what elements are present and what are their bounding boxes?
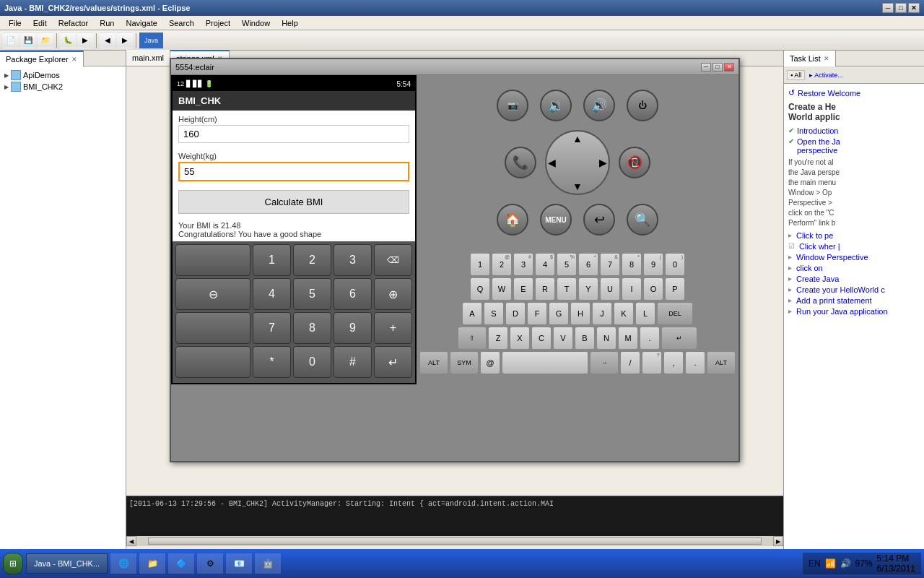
help-item-create-helloworld[interactable]: ▸ Create your HelloWorld c	[788, 285, 920, 294]
numpad-key-empty3[interactable]	[175, 346, 250, 378]
dpad-body[interactable]: ▲ ▼ ◀ ▶	[545, 130, 610, 195]
numpad-key-9[interactable]: 9	[334, 312, 372, 344]
kb-key-r[interactable]: R	[535, 277, 555, 301]
scroll-thumb[interactable]	[148, 538, 762, 545]
kb-key-i[interactable]: I	[622, 277, 642, 301]
dpad-down[interactable]: ▼	[572, 181, 583, 192]
kb-key-c[interactable]: C	[531, 327, 552, 350]
numpad-key-plus[interactable]: +	[374, 312, 412, 344]
menu-navigate[interactable]: Navigate	[120, 17, 162, 29]
numpad-key-7[interactable]: 7	[253, 312, 291, 344]
toolbar-save[interactable]: 💾	[20, 33, 36, 48]
menu-button[interactable]: MENU	[540, 204, 572, 236]
dpad-left[interactable]: ◀	[548, 157, 556, 168]
kb-key-y[interactable]: Y	[578, 277, 598, 301]
numpad-key-8[interactable]: 8	[293, 312, 331, 344]
kb-key-e[interactable]: E	[513, 277, 533, 301]
scroll-right[interactable]: ▶	[773, 536, 783, 546]
kb-key-s[interactable]: S	[484, 302, 504, 325]
dpad-right[interactable]: ▶	[599, 157, 607, 168]
kb-key-0[interactable]: )0	[665, 253, 685, 276]
scroll-left[interactable]: ◀	[126, 536, 136, 546]
maximize-button[interactable]: □	[895, 3, 907, 13]
menu-edit[interactable]: Edit	[27, 17, 53, 29]
kb-key-d[interactable]: D	[505, 302, 526, 325]
taskbar-app-eclipse[interactable]: Java - BMI_CHK...	[26, 553, 108, 574]
kb-key-o[interactable]: O	[643, 277, 663, 301]
height-input[interactable]	[178, 125, 409, 143]
kb-key-alt-right[interactable]: ALT	[707, 351, 736, 374]
numpad-key-4[interactable]: 4	[253, 278, 291, 310]
toolbar-forward[interactable]: ▶	[117, 33, 133, 48]
kb-key-t[interactable]: T	[557, 277, 577, 301]
toolbar-debug[interactable]: 🐛	[60, 33, 76, 48]
kb-key-shift[interactable]: ⇧	[458, 327, 487, 350]
kb-key-m[interactable]: M	[618, 327, 638, 350]
kb-key-u[interactable]: U	[600, 277, 620, 301]
numpad-key-star[interactable]: *	[253, 346, 291, 378]
vol-down-button[interactable]: 🔉	[540, 90, 572, 121]
kb-key-enter[interactable]: ↵	[661, 327, 697, 350]
toolbar-back[interactable]: ◀	[100, 33, 116, 48]
toolbar-java-perspective[interactable]: Java	[139, 33, 163, 48]
help-item-introduction[interactable]: ✔ Introduction	[788, 126, 920, 135]
restore-welcome-link[interactable]: ↺ Restore Welcome	[788, 88, 920, 98]
weight-input[interactable]	[178, 162, 409, 181]
kb-key-n[interactable]: N	[596, 327, 616, 350]
close-button[interactable]: ✕	[908, 3, 920, 13]
menu-file[interactable]: File	[3, 17, 27, 29]
kb-key-x[interactable]: X	[510, 327, 530, 350]
kb-key-sym[interactable]: SYM	[450, 351, 479, 374]
numpad-key-2[interactable]: 2	[293, 244, 331, 276]
numpad-key-1[interactable]: 1	[253, 244, 291, 276]
calculate-bmi-button[interactable]: Calculate BMI	[178, 190, 409, 214]
help-item-click-on[interactable]: ▸ Window Perspective	[788, 253, 920, 262]
kb-key-dot[interactable]: .	[685, 351, 705, 374]
vol-up-button[interactable]: 🔊	[583, 90, 615, 121]
emulator-maximize[interactable]: □	[712, 63, 723, 72]
kb-key-4[interactable]: $4	[535, 253, 555, 276]
kb-key-g[interactable]: G	[549, 302, 569, 325]
kb-key-question[interactable]: ?	[642, 351, 662, 374]
toolbar-open[interactable]: 📁	[38, 33, 53, 48]
kb-key-arrow-right[interactable]: →	[590, 351, 619, 374]
task-list-tab[interactable]: Task List ✕	[784, 51, 836, 66]
kb-key-comma[interactable]: ,	[663, 351, 684, 374]
kb-key-alt-left[interactable]: ALT	[419, 351, 448, 374]
menu-search[interactable]: Search	[163, 17, 200, 29]
help-item-create-java[interactable]: ▸ Create Java	[788, 275, 920, 283]
kb-key-3[interactable]: #3	[513, 253, 533, 276]
numpad-key-5[interactable]: 5	[293, 278, 331, 310]
kb-key-j[interactable]: J	[592, 302, 612, 325]
endcall-button[interactable]: 📵	[619, 147, 650, 178]
toolbar-run[interactable]: ▶	[77, 33, 93, 48]
menu-refactor[interactable]: Refactor	[53, 17, 95, 29]
numpad-key-empty2[interactable]	[175, 312, 250, 344]
numpad-key-minus[interactable]: ⊖	[175, 278, 250, 310]
kb-key-k[interactable]: K	[614, 302, 634, 325]
kb-key-v[interactable]: V	[553, 327, 573, 350]
help-item-open-perspective[interactable]: ✔ Open the Japerspective	[788, 137, 920, 155]
kb-key-5[interactable]: %5	[557, 253, 577, 276]
tree-item-apidemos[interactable]: ▶ ApiDemos	[3, 69, 123, 81]
kb-key-period[interactable]: .	[640, 327, 660, 350]
kb-key-9[interactable]: (9	[643, 253, 663, 276]
numpad-key-hash[interactable]: #	[334, 346, 372, 378]
help-item-window-perspective[interactable]: ☑ Click wher |	[788, 242, 920, 251]
help-item-click-perform[interactable]: ▸ Click to pe	[788, 231, 920, 240]
kb-key-6[interactable]: ^6	[578, 253, 598, 276]
taskbar-icon-android[interactable]: 🤖	[255, 553, 281, 574]
numpad-key-3[interactable]: 3	[334, 244, 372, 276]
kb-key-at[interactable]: @	[480, 351, 500, 374]
kb-key-space[interactable]	[502, 351, 588, 374]
kb-key-8[interactable]: *8	[622, 253, 642, 276]
kb-key-b[interactable]: B	[575, 327, 595, 350]
help-item-click-where[interactable]: ▸ click on	[788, 264, 920, 272]
numpad-key-empty1[interactable]	[175, 244, 250, 276]
taskbar-icon-ie[interactable]: 🌐	[110, 553, 136, 574]
taskbar-icon-app4[interactable]: ⚙	[197, 553, 223, 574]
kb-key-1[interactable]: 1	[470, 253, 490, 276]
call-button[interactable]: 📞	[505, 147, 536, 178]
numpad-key-del[interactable]: ⌫	[374, 244, 412, 276]
start-button[interactable]: ⊞	[3, 553, 23, 574]
